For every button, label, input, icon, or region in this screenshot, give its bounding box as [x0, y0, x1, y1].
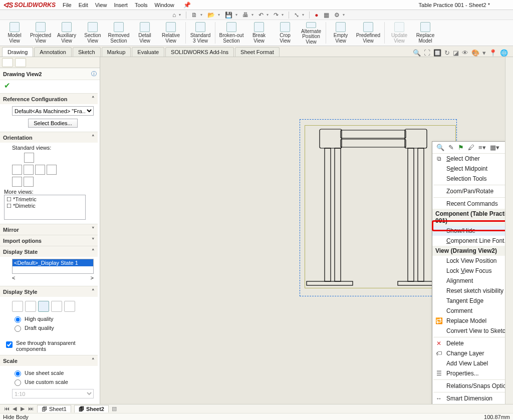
home-icon[interactable]: ⌂: [172, 12, 176, 19]
scroll-right-icon[interactable]: >: [91, 275, 94, 281]
break-view-button[interactable]: BreakView: [246, 21, 272, 45]
ctx-recent-commands[interactable]: Recent Commands: [432, 199, 513, 209]
filter-icon[interactable]: ✎: [448, 144, 454, 151]
pen-icon[interactable]: 🖊: [468, 144, 474, 151]
drawing-canvas[interactable]: 🔍 ✎ ⚑ 🖊 ≡▾ ▦▾ ⧉Select Other Select Midpo…: [100, 57, 513, 404]
nav-first-icon[interactable]: ⏮: [3, 405, 10, 412]
flag-icon[interactable]: ⚑: [458, 144, 464, 151]
menu-edit[interactable]: Edit: [79, 2, 88, 8]
tab-sketch[interactable]: Sketch: [73, 47, 101, 57]
view-top[interactable]: [12, 165, 22, 175]
crop-view-button[interactable]: CropView: [273, 21, 298, 45]
view-front[interactable]: [24, 153, 34, 163]
add-sheet-icon[interactable]: ▧: [112, 405, 117, 412]
sheet2-tab[interactable]: 🗐 Sheet2: [74, 405, 109, 412]
tab-markup[interactable]: Markup: [102, 47, 131, 57]
display-style-icon[interactable]: ◪: [453, 49, 459, 57]
brokenout-section-button[interactable]: Broken-outSection: [217, 21, 245, 45]
ok-button[interactable]: ✔: [0, 80, 100, 93]
ctx-alignment[interactable]: Alignment: [432, 276, 513, 286]
ctx-delete[interactable]: ✕Delete: [432, 338, 513, 348]
standard-3view-button[interactable]: Standard3 View: [188, 21, 213, 45]
mirror-header[interactable]: Mirror˅: [0, 224, 98, 235]
removed-section-button[interactable]: RemovedSection: [106, 21, 131, 45]
view-back[interactable]: [47, 165, 57, 175]
globe-icon[interactable]: 🌐: [500, 49, 508, 57]
draft-quality-radio[interactable]: Draft quality: [12, 324, 94, 332]
menu-file[interactable]: File: [63, 2, 72, 8]
ctx-replace-model[interactable]: 🔁Replace Model: [432, 316, 513, 326]
auxiliary-view-button[interactable]: AuxiliaryView: [54, 21, 79, 45]
hide-show-icon[interactable]: 👁: [462, 49, 468, 57]
line-weight-icon[interactable]: ≡▾: [478, 144, 486, 151]
more-views-list[interactable]: ☐ *Trimetric ☐ *Dimetric: [4, 195, 86, 220]
reference-configuration-header[interactable]: Reference Configuration˄: [0, 94, 98, 104]
tab-sheet-format[interactable]: Sheet Format: [235, 47, 280, 57]
undo-icon[interactable]: ↶: [259, 12, 264, 19]
style-hidden-visible[interactable]: [25, 301, 36, 312]
property-tab[interactable]: [15, 58, 26, 67]
projected-view-button[interactable]: ProjectedView: [28, 21, 53, 45]
search-icon[interactable]: 🔍: [413, 49, 421, 57]
print-icon[interactable]: 🖶: [242, 12, 248, 19]
ctx-zoom-pan-rotate[interactable]: Zoom/Pan/Rotate: [432, 186, 513, 196]
orientation-header[interactable]: Orientation˄: [0, 132, 98, 143]
nav-next-icon[interactable]: ▶: [19, 405, 26, 412]
detail-view-button[interactable]: DetailView: [132, 21, 157, 45]
ctx-tangent-edge[interactable]: Tangent Edge: [432, 296, 513, 306]
nav-prev-icon[interactable]: ◀: [11, 405, 18, 412]
scale-header[interactable]: Scale˄: [0, 355, 98, 366]
table-icon[interactable]: ▦▾: [490, 144, 499, 151]
menu-window[interactable]: Window: [155, 2, 174, 8]
use-sheet-scale-radio[interactable]: Use sheet scale: [12, 369, 94, 377]
alternate-position-view-button[interactable]: AlternatePositionView: [299, 21, 324, 45]
view-left[interactable]: [24, 165, 34, 175]
display-style-header[interactable]: Display Style˄: [0, 286, 98, 297]
ctx-show-hide[interactable]: Show/Hide: [432, 226, 513, 236]
appearance-icon[interactable]: 🎨: [471, 49, 479, 57]
zoom-selection-icon[interactable]: 🔍: [436, 144, 444, 151]
ctx-more-dimensions[interactable]: More Dimensions: [432, 403, 513, 404]
open-icon[interactable]: 📂: [207, 12, 215, 19]
high-quality-radio[interactable]: High quality: [12, 315, 94, 323]
nav-last-icon[interactable]: ⏭: [27, 405, 34, 412]
help-icon[interactable]: ⓘ: [91, 70, 97, 78]
tab-drawing[interactable]: Drawing: [2, 47, 33, 57]
select-bodies-button[interactable]: Select Bodies...: [28, 119, 77, 128]
scene-icon[interactable]: ▾: [482, 49, 486, 57]
context-toolbar[interactable]: 🔍 ✎ ⚑ 🖊 ≡▾ ▦▾: [432, 142, 513, 154]
grid-icon[interactable]: ▦: [324, 12, 329, 19]
ctx-component-line-font[interactable]: Component Line Font...: [432, 236, 513, 246]
predefined-view-button[interactable]: PredefinedView: [354, 21, 382, 45]
pushpin-icon[interactable]: 📍: [489, 49, 497, 57]
tab-evaluate[interactable]: Evaluate: [132, 47, 164, 57]
feature-tree-tab[interactable]: [2, 58, 13, 67]
rotate-icon[interactable]: ↻: [444, 49, 450, 57]
empty-view-button[interactable]: EmptyView: [328, 21, 353, 45]
display-state-list[interactable]: <Default>_Display State 1: [12, 259, 94, 274]
reference-configuration-select[interactable]: Default<As Machined> "Fra…: [12, 106, 94, 116]
context-menu[interactable]: 🔍 ✎ ⚑ 🖊 ≡▾ ▦▾ ⧉Select Other Select Midpo…: [432, 141, 513, 404]
ctx-select-midpoint[interactable]: Select Midpoint: [432, 164, 513, 174]
ctx-selection-tools[interactable]: Selection Tools: [432, 174, 513, 184]
menu-tools[interactable]: Tools: [135, 2, 148, 8]
ctx-convert-view-to-sketch[interactable]: Convert View to Sketch: [432, 326, 513, 336]
view-right[interactable]: [35, 165, 45, 175]
zoom-fit-icon[interactable]: ⛶: [424, 49, 430, 57]
menu-view[interactable]: View: [95, 2, 107, 8]
zoom-area-icon[interactable]: 🔲: [433, 49, 441, 57]
menu-insert[interactable]: Insert: [114, 2, 128, 8]
tab-annotation[interactable]: Annotation: [34, 47, 72, 57]
ctx-reset-sketch-visibility[interactable]: Reset sketch visibility: [432, 286, 513, 296]
ctx-change-layer[interactable]: 🏷Change Layer: [432, 348, 513, 358]
style-wireframe[interactable]: [12, 301, 23, 312]
import-options-header[interactable]: Import options˅: [0, 235, 98, 246]
style-hidden-removed[interactable]: [38, 301, 49, 312]
redo-icon[interactable]: ↷: [274, 12, 279, 19]
style-shaded-edges[interactable]: [51, 301, 62, 312]
ctx-add-view-label[interactable]: Add View Label: [432, 358, 513, 368]
ctx-properties[interactable]: ☰Properties...: [432, 368, 513, 378]
scroll-left-icon[interactable]: <: [12, 275, 15, 281]
save-icon[interactable]: 💾: [225, 12, 232, 19]
ctx-select-other[interactable]: ⧉Select Other: [432, 154, 513, 164]
